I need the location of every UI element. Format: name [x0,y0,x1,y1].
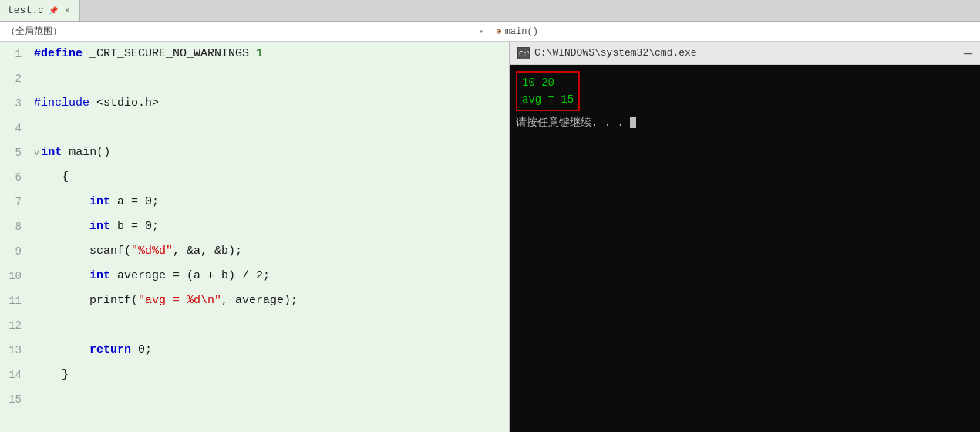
line-num-9: 9 [0,239,31,264]
cmd-cursor [630,117,636,128]
code-line-13: 13 return 0; [0,338,509,363]
token-indent-8 [34,220,89,233]
cmd-icon-svg: C:\ [518,48,529,59]
line-num-8: 8 [0,214,31,239]
token-int-10: int [89,269,110,282]
cmd-window[interactable]: C:\ C:\WINDOWS\system32\cmd.exe — 10 20 … [509,42,980,432]
token-scanf: scanf( [34,245,131,258]
line-num-6: 6 [0,165,31,190]
cmd-icon: C:\ [517,47,530,59]
cmd-output-line-1: 10 20 [522,74,574,91]
token-space: _CRT_SECURE_NO_WARNINGS [83,47,256,60]
svg-text:C:\: C:\ [519,50,529,58]
cmd-minimize-button[interactable]: — [964,46,972,60]
line-num-15: 15 [0,387,31,412]
line-num-5: 5 [0,140,31,165]
token-int-5: int [41,146,62,159]
line-num-14: 14 [0,363,31,387]
code-line-9: 9 scanf("%d%d", &a, &b); [0,239,509,264]
line-num-4: 4 [0,116,31,140]
code-line-6: 6 { [0,165,509,190]
scope-dropdown[interactable]: （全局范围） ▾ [0,22,490,41]
token-brace-open: { [34,170,69,184]
line-content-7: int a = 0; [31,190,509,214]
line-num-10: 10 [0,264,31,289]
func-icon: ⊕ [497,26,502,36]
cmd-output-box: 10 20 avg = 15 [516,71,580,111]
code-line-7: 7 int a = 0; [0,190,509,214]
code-line-8: 8 int b = 0; [0,214,509,239]
code-line-14: 14 } [0,363,509,387]
token-val: 1 [256,47,263,60]
token-b: b = 0; [110,220,159,233]
token-average: average = (a + b) / 2; [110,269,270,282]
code-line-5: 5 ▽int main() [0,140,509,165]
tab-bar: test.c 📌 × [0,0,980,22]
tab-filename: test.c [8,5,44,16]
line-content-10: int average = (a + b) / 2; [31,264,509,289]
cmd-prompt-line: 请按任意键继续. . . [516,114,974,131]
token-indent-10 [34,269,89,282]
line-num-13: 13 [0,338,31,363]
code-line-11: 11 printf("avg = %d\n", average); [0,289,509,313]
token-indent-7 [34,195,89,208]
line-num-12: 12 [0,313,31,338]
collapse-button-5[interactable]: ▽ [34,147,39,158]
scope-bar: （全局范围） ▾ ⊕ main() [0,22,980,42]
main-content: 1 #define _CRT_SECURE_NO_WARNINGS 1 2 3 … [0,42,980,432]
code-line-1: 1 #define _CRT_SECURE_NO_WARNINGS 1 [0,42,509,66]
token-printf-args: , average); [221,294,298,307]
token-brace-close: } [34,368,69,381]
cmd-prompt-text: 请按任意键继续. . . [516,116,624,129]
token-define: #define [34,47,83,60]
token-int-8: int [89,220,110,233]
scope-text: （全局范围） [6,25,62,38]
line-content-14: } [31,363,509,387]
token-include: #include [34,96,89,110]
line-num-1: 1 [0,42,31,66]
line-content-3: #include <stdio.h> [31,91,509,116]
line-num-7: 7 [0,190,31,214]
code-editor[interactable]: 1 #define _CRT_SECURE_NO_WARNINGS 1 2 3 … [0,42,509,432]
tab-close-button[interactable]: × [62,5,72,16]
line-content-6: { [31,165,509,190]
code-line-12: 12 [0,313,509,338]
line-content-8: int b = 0; [31,214,509,239]
token-scanf-args: , &a, &b); [173,245,242,258]
token-zero: 0; [131,343,152,356]
token-stdio: <stdio.h> [89,96,159,110]
line-num-3: 3 [0,91,31,116]
cmd-body[interactable]: 10 20 avg = 15 请按任意键继续. . . [510,65,980,432]
func-dropdown[interactable]: ⊕ main() [490,22,980,41]
token-fmt-string: "%d%d" [131,245,173,258]
token-printf: printf( [34,294,138,307]
line-num-2: 2 [0,66,31,91]
line-content-1: #define _CRT_SECURE_NO_WARNINGS 1 [31,42,509,66]
line-num-11: 11 [0,289,31,313]
code-line-10: 10 int average = (a + b) / 2; [0,264,509,289]
func-text: main() [505,26,538,37]
code-line-3: 3 #include <stdio.h> [0,91,509,116]
tab-test-c[interactable]: test.c 📌 × [0,0,80,21]
cmd-title-left: C:\ C:\WINDOWS\system32\cmd.exe [517,47,697,59]
line-content-5: ▽int main() [31,140,509,165]
line-content-9: scanf("%d%d", &a, &b); [31,239,509,264]
cmd-output-line-2: avg = 15 [522,91,574,108]
line-content-13: return 0; [31,338,509,363]
cmd-title-bar: C:\ C:\WINDOWS\system32\cmd.exe — [510,42,980,65]
line-content-11: printf("avg = %d\n", average); [31,289,509,313]
code-line-15: 15 [0,387,509,412]
token-return: return [89,343,131,356]
code-line-4: 4 [0,116,509,140]
code-lines: 1 #define _CRT_SECURE_NO_WARNINGS 1 2 3 … [0,42,509,412]
token-indent-13 [34,343,89,356]
scope-dropdown-arrow: ▾ [479,27,483,36]
token-a: a = 0; [110,195,159,208]
tab-pin[interactable]: 📌 [49,6,58,15]
token-printf-fmt: "avg = %d\n" [138,294,221,307]
token-main: main() [62,146,110,159]
cmd-title-text: C:\WINDOWS\system32\cmd.exe [534,47,697,59]
code-line-2: 2 [0,66,509,91]
token-int-7: int [89,195,110,208]
